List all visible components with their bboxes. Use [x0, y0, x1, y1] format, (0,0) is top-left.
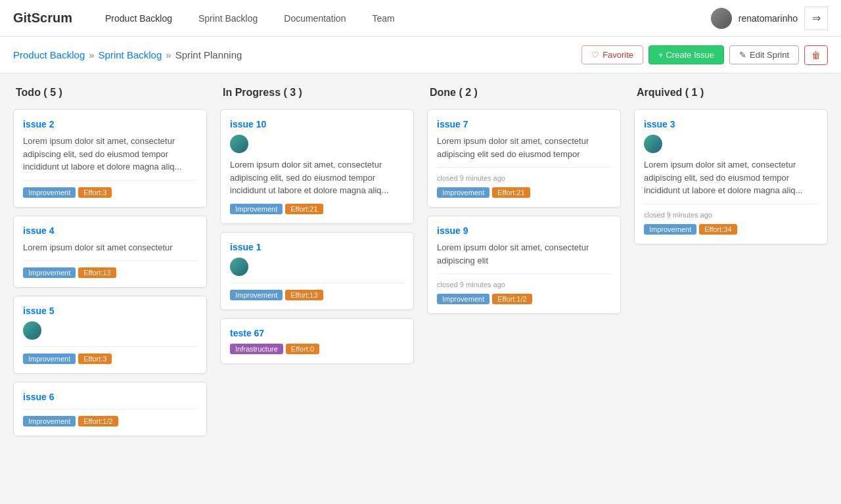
- breadcrumb-actions: ♡ Favorite + Create Issue ✎ Edit Sprint …: [581, 45, 828, 65]
- tag-improvement[interactable]: Improvement: [23, 267, 76, 278]
- card-issue2: issue 2 Lorem ipsum dolor sit amet, cons…: [13, 109, 207, 208]
- card-issue6-tags: Improvement Effort:1/2: [23, 416, 197, 426]
- card-issue5-title[interactable]: issue 5: [23, 306, 197, 316]
- column-todo-header: Todo ( 5 ): [13, 87, 207, 99]
- column-done: Done ( 2 ) issue 7 Lorem ipsum dolor sit…: [427, 87, 621, 322]
- tag-effort[interactable]: Effort:21: [285, 204, 323, 214]
- breadcrumb-sprint-backlog[interactable]: Sprint Backlog: [99, 49, 162, 60]
- favorite-label: Favorite: [602, 50, 633, 60]
- tag-effort[interactable]: Effort:13: [78, 267, 116, 278]
- card-issue1-tags: Improvement Effort:13: [230, 290, 404, 300]
- card-divider: [437, 273, 611, 274]
- card-issue1: issue 1 Improvement Effort:13: [220, 232, 414, 310]
- card-issue9-title[interactable]: issue 9: [437, 225, 611, 236]
- delete-sprint-button[interactable]: 🗑: [804, 45, 828, 65]
- pencil-icon: ✎: [739, 50, 746, 60]
- tag-effort[interactable]: Effort:34: [699, 224, 737, 235]
- card-issue1-title[interactable]: issue 1: [230, 242, 404, 252]
- card-issue7-title[interactable]: issue 7: [437, 119, 611, 129]
- breadcrumb-current: Sprint Planning: [175, 49, 242, 60]
- card-teste67: teste 67 Infrastructure Effort:0: [220, 318, 414, 364]
- card-issue3-title[interactable]: issue 3: [644, 119, 818, 129]
- create-issue-label: + Create Issue: [658, 50, 714, 60]
- create-issue-button[interactable]: + Create Issue: [648, 45, 724, 64]
- card-teste67-title[interactable]: teste 67: [230, 328, 404, 338]
- nav-documentation[interactable]: Documentation: [271, 0, 359, 37]
- card-issue5-tags: Improvement Effort:3: [23, 354, 197, 364]
- main-content: Todo ( 5 ) issue 2 Lorem ipsum dolor sit…: [0, 74, 841, 457]
- card-divider: [23, 409, 197, 409]
- card-issue9-tags: Improvement Effort:1/2: [437, 294, 611, 304]
- card-divider: [437, 167, 611, 168]
- tag-effort[interactable]: Effort:3: [78, 187, 112, 198]
- card-issue4-title[interactable]: issue 4: [23, 225, 197, 236]
- tag-improvement[interactable]: Improvement: [230, 204, 283, 214]
- trash-icon: 🗑: [811, 50, 821, 60]
- card-divider: [644, 204, 818, 204]
- tag-improvement[interactable]: Improvement: [23, 354, 76, 364]
- breadcrumb-sep-2: »: [166, 49, 171, 60]
- tag-effort[interactable]: Effort:21: [492, 187, 530, 198]
- card-issue6-title[interactable]: issue 6: [23, 392, 197, 402]
- tag-infrastructure[interactable]: Infrastructure: [230, 344, 283, 354]
- username: renatomarinho: [739, 13, 798, 24]
- card-issue10-tags: Improvement Effort:21: [230, 204, 404, 214]
- card-issue6: issue 6 Improvement Effort:1/2: [13, 382, 207, 436]
- tag-effort[interactable]: Effort:1/2: [78, 416, 118, 426]
- card-issue3-closed: closed 9 minutes ago: [644, 211, 818, 219]
- navbar-right: renatomarinho ⇒: [711, 7, 828, 30]
- breadcrumb-sep-1: »: [89, 49, 94, 60]
- avatar: [23, 321, 41, 340]
- avatar: [644, 135, 662, 153]
- logout-button[interactable]: ⇒: [804, 7, 828, 30]
- tag-improvement[interactable]: Improvement: [644, 224, 696, 235]
- card-issue4-tags: Improvement Effort:13: [23, 267, 197, 278]
- nav-team[interactable]: Team: [359, 0, 407, 37]
- card-issue7-body: Lorem ipsum dolor sit amet, consectetur …: [437, 135, 611, 160]
- column-todo: Todo ( 5 ) issue 2 Lorem ipsum dolor sit…: [13, 87, 207, 444]
- tag-effort[interactable]: Effort:1/2: [492, 294, 532, 304]
- card-issue2-body: Lorem ipsum dolor sit amet, consectetur …: [23, 135, 197, 173]
- card-issue4: issue 4 Lorem ipsum dolor sit amet conse…: [13, 216, 207, 288]
- tag-improvement[interactable]: Improvement: [23, 416, 76, 426]
- column-inprogress: In Progress ( 3 ) issue 10 Lorem ipsum d…: [220, 87, 414, 372]
- card-issue10: issue 10 Lorem ipsum dolor sit amet, con…: [220, 109, 414, 224]
- card-issue3: issue 3 Lorem ipsum dolor sit amet, cons…: [634, 109, 828, 244]
- edit-sprint-label: Edit Sprint: [750, 50, 789, 60]
- nav-links: Product Backlog Sprint Backlog Documenta…: [92, 0, 711, 37]
- card-issue7-tags: Improvement Effort:21: [437, 187, 611, 198]
- card-issue10-body: Lorem ipsum dolor sit amet, consectetur …: [230, 158, 404, 197]
- card-divider: [23, 346, 197, 347]
- tag-improvement[interactable]: Improvement: [23, 187, 76, 198]
- card-issue9-closed: closed 9 minutes ago: [437, 281, 611, 288]
- tag-effort[interactable]: Effort:3: [78, 354, 112, 364]
- tag-effort[interactable]: Effort:13: [285, 290, 323, 300]
- card-issue3-body: Lorem ipsum dolor sit amet, consectetur …: [644, 158, 818, 197]
- column-inprogress-header: In Progress ( 3 ): [220, 87, 414, 99]
- avatar: [230, 135, 248, 153]
- nav-product-backlog[interactable]: Product Backlog: [92, 0, 185, 37]
- column-archived: Arquived ( 1 ) issue 3 Lorem ipsum dolor…: [634, 87, 828, 252]
- card-issue9: issue 9 Lorem ipsum dolor sit amet, cons…: [427, 216, 621, 314]
- edit-sprint-button[interactable]: ✎ Edit Sprint: [729, 45, 799, 64]
- tag-improvement[interactable]: Improvement: [437, 294, 489, 304]
- card-issue4-body: Lorem ipsum dolor sit amet consectetur: [23, 241, 197, 254]
- tag-improvement[interactable]: Improvement: [437, 187, 489, 198]
- breadcrumb: Product Backlog » Sprint Backlog » Sprin…: [13, 49, 242, 60]
- breadcrumb-product-backlog[interactable]: Product Backlog: [13, 49, 85, 60]
- favorite-button[interactable]: ♡ Favorite: [581, 45, 643, 64]
- card-issue9-body: Lorem ipsum dolor sit amet, consectetur …: [437, 241, 611, 267]
- card-issue5: issue 5 Improvement Effort:3: [13, 296, 207, 374]
- card-divider: [230, 283, 404, 283]
- card-issue10-title[interactable]: issue 10: [230, 119, 404, 129]
- card-divider: [23, 180, 197, 181]
- nav-sprint-backlog[interactable]: Sprint Backlog: [185, 0, 271, 37]
- card-issue7: issue 7 Lorem ipsum dolor sit amet, cons…: [427, 109, 621, 208]
- tag-effort[interactable]: Effort:0: [286, 344, 319, 354]
- column-done-header: Done ( 2 ): [427, 87, 621, 99]
- column-archived-header: Arquived ( 1 ): [634, 87, 828, 99]
- card-issue2-title[interactable]: issue 2: [23, 119, 197, 129]
- tag-improvement[interactable]: Improvement: [230, 290, 283, 300]
- brand-logo[interactable]: GitScrum: [13, 11, 72, 26]
- kanban-board: Todo ( 5 ) issue 2 Lorem ipsum dolor sit…: [13, 87, 828, 444]
